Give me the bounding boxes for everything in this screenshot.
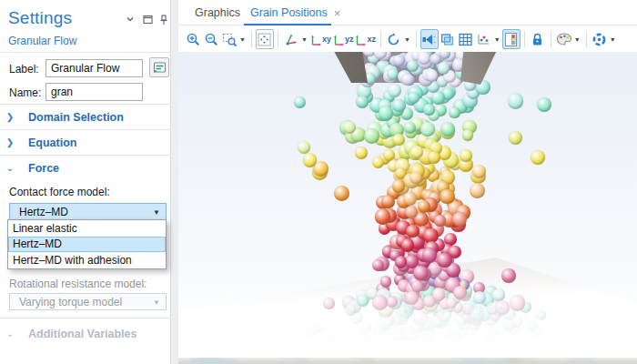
snapshot-button[interactable] <box>591 29 609 49</box>
grain-sphere <box>452 212 467 227</box>
grain-sphere <box>375 208 390 224</box>
view-xz-button[interactable]: xz <box>354 29 377 49</box>
contact-force-dropdown-list: Linear elasticHertz–MDHertz–MD with adhe… <box>7 219 167 269</box>
toolbar-separator <box>551 31 551 47</box>
view-xy-button[interactable]: xy <box>309 29 332 49</box>
contact-force-dropdown[interactable]: Hertz–MD ▼ <box>9 203 167 220</box>
grain-sphere <box>410 146 422 157</box>
dropdown-caret-icon[interactable]: ▼ <box>610 36 616 43</box>
rotate-view-button[interactable] <box>385 29 403 49</box>
toolbar-separator <box>524 31 525 47</box>
grain-sphere <box>410 172 421 184</box>
axis-points-icon <box>476 32 491 46</box>
scene-light-button[interactable] <box>420 29 439 49</box>
grain-sphere <box>462 129 474 141</box>
view-yz-button[interactable]: yz <box>332 29 355 49</box>
chevron-down-icon: ⌄ <box>0 163 20 173</box>
color-legend-button[interactable] <box>502 29 521 49</box>
grain-sphere <box>423 104 434 115</box>
lock-icon <box>530 32 545 47</box>
grain-sphere <box>428 151 440 164</box>
rotational-resistance-label: Rotational resistance model: <box>9 278 147 290</box>
dropdown-option[interactable]: Linear elastic <box>8 220 166 237</box>
grain-sphere <box>392 134 405 147</box>
grain-sphere <box>508 93 524 109</box>
strip-reflection <box>566 358 595 364</box>
chevron-right-icon: ❯ <box>0 137 20 147</box>
dropdown-option[interactable]: Hertz–MD <box>8 237 166 253</box>
name-caption: Name: <box>9 86 41 99</box>
zoom-in-icon <box>186 32 201 47</box>
grain-sphere <box>355 147 368 159</box>
zoom-box-button[interactable] <box>220 29 238 49</box>
zoom-extents-button[interactable] <box>256 29 274 49</box>
panel-splitter[interactable] <box>171 0 178 364</box>
depth-fog <box>178 279 637 358</box>
snapshot-icon <box>592 32 607 47</box>
rotational-resistance-dropdown: Varying torque model ▼ <box>9 293 167 310</box>
label-caption: Label: <box>9 63 39 76</box>
zoom-out-button[interactable] <box>202 29 220 49</box>
grid-icon <box>458 32 473 47</box>
float-window-icon[interactable] <box>143 15 156 27</box>
divider <box>0 318 171 318</box>
grain-sphere <box>356 96 369 108</box>
transparency-button[interactable] <box>439 29 457 49</box>
dropdown-caret-icon[interactable]: ▼ <box>239 36 246 43</box>
transparency-icon <box>440 32 455 47</box>
graphics-canvas[interactable] <box>178 52 637 358</box>
grain-sphere <box>372 259 384 271</box>
zoom-box-icon <box>222 32 238 47</box>
panel-title: Settings <box>8 8 72 28</box>
graphics-toolbar: ▼ ▼ xy yz xz <box>178 26 637 52</box>
contact-force-model-label: Contact force model: <box>9 186 110 198</box>
axis-orientation-button[interactable] <box>282 29 300 49</box>
grain-sphere <box>401 238 415 252</box>
grain-sphere <box>298 141 310 154</box>
section-domain-selection[interactable]: ❯ Domain Selection <box>0 105 171 129</box>
grain-sphere <box>449 107 460 119</box>
rename-icon <box>153 62 167 74</box>
grain-sphere <box>372 157 384 168</box>
color-palette-button[interactable] <box>555 29 573 49</box>
strip-reflection <box>489 358 522 364</box>
section-force[interactable]: ⌄ Force <box>0 156 171 180</box>
grid-button[interactable] <box>457 29 475 49</box>
pin-icon[interactable] <box>159 15 172 27</box>
strip-reflection <box>361 358 377 364</box>
toolbar-separator <box>586 31 587 47</box>
axis-small-button[interactable] <box>475 29 493 49</box>
lock-button[interactable] <box>529 29 547 49</box>
chevron-down-icon: ⌄ <box>0 329 20 339</box>
grain-sphere <box>413 266 429 281</box>
grain-sphere <box>440 189 455 205</box>
dropdown-caret-icon[interactable]: ▼ <box>404 36 410 43</box>
section-additional-variables[interactable]: ⌄ Additional Variables <box>0 321 171 346</box>
view-axes-icon <box>310 33 321 46</box>
chevron-down-icon[interactable] <box>126 15 138 27</box>
grain-sphere <box>405 206 418 218</box>
grain-sphere <box>395 256 407 268</box>
dropdown-option[interactable]: Hertz–MD with adhesion <box>8 252 166 268</box>
section-equation[interactable]: ❯ Equation <box>0 130 171 155</box>
rename-label-button[interactable] <box>149 57 169 77</box>
grain-sphere <box>379 106 394 121</box>
name-input[interactable] <box>46 83 143 101</box>
chevron-right-icon: ❯ <box>0 112 20 122</box>
close-tab-icon[interactable]: × <box>334 6 341 20</box>
view-axes-icon <box>355 33 366 46</box>
tab-grain-positions[interactable]: Grain Positions × <box>250 0 340 25</box>
dropdown-caret-icon[interactable]: ▼ <box>494 36 500 43</box>
label-input[interactable] <box>46 59 143 77</box>
rotate-icon <box>386 32 401 47</box>
dropdown-caret-icon[interactable]: ▼ <box>574 36 581 43</box>
tab-graphics[interactable]: Graphics <box>195 0 240 25</box>
dropdown-caret-icon: ▼ <box>153 208 160 217</box>
axis-orientation-icon <box>283 32 299 47</box>
graphics-window: Graphics Grain Positions × ▼ <box>178 0 637 364</box>
grain-sphere <box>460 149 471 161</box>
dropdown-caret-icon[interactable]: ▼ <box>301 36 308 43</box>
grain-sphere <box>401 74 413 86</box>
toolbar-separator <box>278 31 278 47</box>
zoom-in-button[interactable] <box>184 29 202 49</box>
